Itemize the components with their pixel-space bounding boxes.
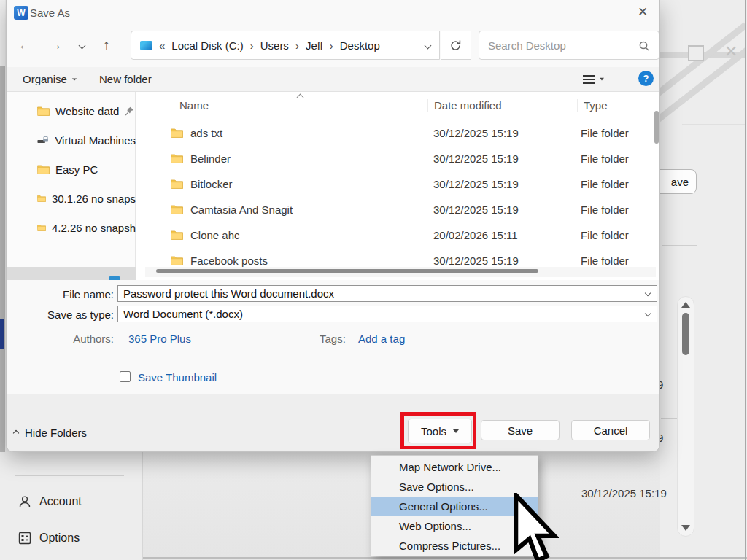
search-input[interactable] xyxy=(488,31,630,59)
file-date-modified: 30/12/2025 15:19 xyxy=(433,127,519,139)
save-thumbnail-checkbox[interactable] xyxy=(120,371,131,382)
file-date-modified: 30/12/2025 15:19 xyxy=(433,178,519,190)
desktop-icon xyxy=(140,41,152,50)
crumb-separator-icon: › xyxy=(250,39,254,52)
save-as-type-select[interactable] xyxy=(117,306,657,322)
background-divider xyxy=(661,343,677,343)
save-as-type-label: Save as type: xyxy=(12,308,114,321)
tags-add-link[interactable]: Add a tag xyxy=(358,332,405,345)
file-date-modified: 30/12/2025 15:19 xyxy=(433,254,519,267)
save-as-type-value[interactable] xyxy=(118,306,640,322)
scroll-up-arrow-icon[interactable] xyxy=(681,302,690,308)
chevron-down-icon[interactable] xyxy=(645,311,651,316)
help-button[interactable]: ? xyxy=(638,71,654,86)
search-box[interactable] xyxy=(479,31,659,60)
mouse-cursor xyxy=(512,493,559,560)
chevron-down-icon xyxy=(78,42,85,49)
sidebar-item[interactable]: Easy PC xyxy=(7,155,136,184)
menu-item[interactable]: Map Network Drive... xyxy=(371,457,538,477)
sidebar-item[interactable]: 30.1.26 no snaps xyxy=(7,184,136,213)
background-divider xyxy=(661,418,677,419)
sort-ascending-icon[interactable] xyxy=(297,94,304,101)
refresh-button[interactable] xyxy=(441,31,471,60)
breadcrumb-item-users[interactable]: Users xyxy=(260,39,289,52)
help-icon: ? xyxy=(643,73,649,84)
column-header-type[interactable]: Type xyxy=(577,99,608,112)
sidebar-item[interactable]: 4.2.26 no snapsh xyxy=(7,213,136,242)
hide-folders-button[interactable]: Hide Folders xyxy=(14,427,87,439)
organise-label: Organise xyxy=(23,73,67,85)
dialog-toolbar: Organise New folder ? xyxy=(7,67,659,92)
up-button[interactable]: ↑ xyxy=(96,29,117,61)
file-name-combobox[interactable] xyxy=(117,285,657,302)
background-close-icon: ✕ xyxy=(724,42,738,61)
breadcrumb[interactable]: « Local Disk (C:) › Users › Jeff › Deskt… xyxy=(131,31,440,60)
background-window-edge xyxy=(745,0,746,560)
list-horizontal-scrollbar[interactable] xyxy=(145,267,656,277)
file-name: Camtasia And Snagit xyxy=(190,203,293,216)
forward-icon: → xyxy=(49,37,63,53)
organise-button[interactable]: Organise xyxy=(23,67,77,91)
cancel-button[interactable]: Cancel xyxy=(571,420,650,440)
file-row[interactable]: Belinder30/12/2025 15:19File folder xyxy=(136,147,646,172)
address-dropdown-icon[interactable] xyxy=(425,42,432,49)
close-button[interactable]: ✕ xyxy=(632,2,653,21)
sidebar-item-label: 4.2.26 no snapsh xyxy=(52,222,136,234)
sidebar-item[interactable]: Virtual Machines xyxy=(7,125,136,155)
forward-button[interactable]: → xyxy=(44,29,66,61)
scrollbar-thumb[interactable] xyxy=(156,269,538,273)
backstage-sidebar: Account Options xyxy=(0,452,143,560)
folder-icon xyxy=(37,106,50,116)
background-scrollbar[interactable] xyxy=(677,296,694,537)
file-name-input[interactable] xyxy=(118,286,640,301)
sidebar-item-label: Easy PC xyxy=(55,163,98,176)
file-row[interactable]: Bitlocker30/12/2025 15:19File folder xyxy=(136,172,646,198)
backstage-item-account[interactable]: Account xyxy=(18,494,82,509)
sidebar-partial-row xyxy=(7,267,136,280)
background-maximize-icon xyxy=(688,45,704,61)
chevron-down-icon xyxy=(72,78,77,80)
sidebar-item[interactable]: Website datd xyxy=(7,96,136,125)
file-type: File folder xyxy=(581,203,629,216)
backstage-accent-strip xyxy=(0,319,4,349)
background-left-strip xyxy=(0,0,5,452)
file-list: Name Date modified Type ads txt30/12/202… xyxy=(136,92,659,280)
back-button[interactable]: ← xyxy=(14,29,36,61)
word-app-icon: W xyxy=(14,6,28,20)
authors-label: Authors: xyxy=(12,332,114,345)
authors-value[interactable]: 365 Pro Plus xyxy=(128,332,191,345)
pin-icon xyxy=(125,106,134,116)
column-header-name[interactable]: Name xyxy=(179,99,209,112)
recent-locations-button[interactable] xyxy=(74,29,90,61)
back-icon: ← xyxy=(18,37,32,53)
column-header-date-modified[interactable]: Date modified xyxy=(427,99,502,112)
file-row[interactable]: Clone ahc20/02/2026 15:11File folder xyxy=(136,223,646,249)
list-vertical-scrollbar[interactable] xyxy=(654,111,659,144)
chevron-down-icon[interactable] xyxy=(645,290,651,296)
up-icon: ↑ xyxy=(103,37,110,53)
backstage-item-options[interactable]: Options xyxy=(18,531,80,545)
scrollbar-thumb[interactable] xyxy=(682,313,689,355)
screen: ✕ ave 9 9 30/12/2025 15:19 Account Optio… xyxy=(0,0,747,560)
divider xyxy=(37,254,125,254)
file-name-label: File name: xyxy=(12,288,114,300)
file-name: Bitlocker xyxy=(190,178,233,190)
red-highlight-annotation xyxy=(400,412,476,449)
breadcrumb-item-drive[interactable]: Local Disk (C:) xyxy=(171,39,243,52)
breadcrumb-item-desktop[interactable]: Desktop xyxy=(340,39,380,52)
file-row[interactable]: Camtasia And Snagit30/12/2025 15:19File … xyxy=(136,198,646,223)
file-name: ads txt xyxy=(190,127,222,139)
breadcrumb-item-jeff[interactable]: Jeff xyxy=(306,39,323,52)
save-button[interactable]: Save xyxy=(481,420,560,440)
new-folder-button[interactable]: New folder xyxy=(99,67,152,91)
file-type: File folder xyxy=(581,152,629,165)
breadcrumb-collapse[interactable]: « xyxy=(159,39,165,52)
view-options-button[interactable] xyxy=(583,67,605,91)
hide-folders-label: Hide Folders xyxy=(25,427,87,439)
options-icon xyxy=(18,531,32,545)
scroll-down-arrow-icon[interactable] xyxy=(681,525,690,531)
folder-icon xyxy=(171,128,183,138)
search-icon[interactable] xyxy=(638,40,650,52)
save-thumbnail-label[interactable]: Save Thumbnail xyxy=(138,371,217,384)
file-row[interactable]: ads txt30/12/2025 15:19File folder xyxy=(136,121,646,147)
